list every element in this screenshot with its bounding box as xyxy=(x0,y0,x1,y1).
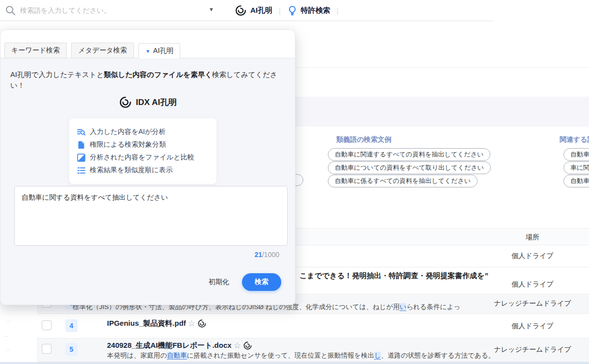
location-value: 個人ドライブ xyxy=(476,322,589,331)
snippet-text: に搭載された振動センサを使って、現在位置と振動情報を検出 xyxy=(187,352,375,359)
file-title-fragment[interactable]: こまでできる！発明抽出・特許調査・発明提案書作成を” xyxy=(299,271,488,281)
tab-metadata-search[interactable]: メタデータ検索 xyxy=(71,43,134,58)
file-name[interactable]: 240928_生成AI機能FBレポート.docx xyxy=(107,341,232,350)
caret-down-icon: ▼ xyxy=(145,49,150,54)
synonym-pill[interactable]: 自動車についての資料をすべて取り出してください xyxy=(328,161,491,174)
truncated-text: … xyxy=(4,333,9,338)
ai-analysis-icon xyxy=(77,128,85,136)
location-value: 個人ドライブ xyxy=(476,280,589,289)
tab-ai-komei[interactable]: ▼AI孔明 xyxy=(138,43,180,59)
nav-item-label: 特許検索 xyxy=(301,6,330,15)
bottom-strip xyxy=(0,362,589,364)
star-icon[interactable]: ☆ xyxy=(234,340,241,351)
top-bar: ▼ AI孔明 | 特許検索 | xyxy=(0,0,589,21)
char-counter: 21/1000 xyxy=(254,251,279,259)
star-icon[interactable]: ☆ xyxy=(188,318,195,329)
panel-footer: 初期化 検索 xyxy=(209,273,281,291)
description-bold-text: 類似した内容のファイルを素早く xyxy=(104,71,212,78)
row-checkbox[interactable] xyxy=(42,344,52,354)
row-checkbox[interactable] xyxy=(42,320,52,330)
panel-description: AI孔明で入力したテキストと類似した内容のファイルを素早く検索してみてください！ xyxy=(10,69,279,91)
snippet-text: 本発明は、家庭用の xyxy=(107,352,167,359)
feature-item: 検索結果を類似度順に表示 xyxy=(77,166,209,175)
compare-files-icon xyxy=(77,154,85,162)
related-terms-heading: 関連する語 xyxy=(560,135,589,144)
table-row: 5 240928_生成AI機能FBレポート.docx ☆ 本発明は、家庭用の自動… xyxy=(37,338,589,362)
file-title[interactable]: 240928_生成AI機能FBレポート.docx ☆ xyxy=(107,340,252,351)
location-column-header: 場所 xyxy=(476,229,589,246)
tab-keyword-search[interactable]: キーワード検索 xyxy=(4,43,67,58)
ai-query-textarea[interactable]: 自動車に関する資料をすべて抽出してください xyxy=(14,186,288,246)
file-name[interactable]: IPGenius_製品資料.pdf xyxy=(107,319,186,328)
screen: 類義語の検索文例 自動車に関連するすべての資料を抽出してください 自動車について… xyxy=(0,0,589,364)
truncated-text: … xyxy=(6,346,11,351)
matched-term-link[interactable]: い xyxy=(400,303,406,311)
nav-separator: | xyxy=(337,7,339,15)
feature-item: 入力した内容をAIが分析 xyxy=(77,128,209,136)
reset-button[interactable]: 初期化 xyxy=(209,278,229,286)
komei-swirl-icon xyxy=(119,96,132,109)
komei-swirl-icon[interactable] xyxy=(197,319,207,328)
nav-item-label: AI孔明 xyxy=(250,6,272,15)
matched-term-link[interactable]: 自動車 xyxy=(167,352,187,360)
truncated-text: … xyxy=(6,318,11,323)
nav-item-patent-search[interactable]: 特許検索 xyxy=(287,5,330,16)
top-nav: AI孔明 | 特許検索 | xyxy=(235,0,338,21)
feature-card: 入力した内容をAIが分析 権限による検索対象分類 分析された内容をファイルと比較… xyxy=(69,118,216,184)
table-row: 4 IPGenius_製品資料.pdf ☆ 個人ドライブ xyxy=(37,314,589,338)
related-pill[interactable]: 自動車関 xyxy=(563,175,589,187)
synonym-pill[interactable]: 自動車に関連するすべての資料を抽出してください xyxy=(328,148,490,161)
permission-file-icon xyxy=(77,141,85,149)
ranked-list-icon xyxy=(77,166,85,175)
feature-label: 分析された内容をファイルと比較 xyxy=(90,153,194,162)
lightbulb-icon xyxy=(287,5,297,16)
feature-item: 権限による検索対象分類 xyxy=(77,140,209,149)
ai-komei-panel: キーワード検索 メタデータ検索 ▼AI孔明 AI孔明で入力したテキストと類似した… xyxy=(0,29,295,305)
matched-term-link[interactable]: し xyxy=(374,352,381,360)
feature-label: 入力した内容をAIが分析 xyxy=(90,128,166,136)
description-text: AI孔明で入力したテキストと xyxy=(10,71,104,78)
related-pill[interactable]: 自動車に xyxy=(563,148,589,161)
file-snippet: 本発明は、家庭用の自動車に搭載された振動センサを使って、現在位置と振動情報を検出… xyxy=(107,351,495,360)
idx-ai-komei-logo: IDX AI孔明 xyxy=(0,96,295,109)
synonym-examples-heading: 類義語の検索文例 xyxy=(336,135,391,144)
snippet-text: られる条件によっ xyxy=(406,303,460,311)
char-limit: /1000 xyxy=(262,251,279,259)
related-pill[interactable]: 車に関す xyxy=(563,161,589,174)
char-count: 21 xyxy=(254,251,262,259)
search-icon xyxy=(5,5,16,16)
search-input[interactable] xyxy=(20,6,197,14)
komei-swirl-icon[interactable] xyxy=(243,341,252,350)
feature-label: 検索結果を類似度順に表示 xyxy=(90,166,173,175)
panel-tab-bar: キーワード検索 メタデータ検索 ▼AI孔明 xyxy=(0,30,295,58)
synonym-pill[interactable]: 自動車に係るすべての資料を抽出してください xyxy=(328,175,478,187)
file-title[interactable]: IPGenius_製品資料.pdf ☆ xyxy=(107,318,207,329)
panel-content: AI孔明で入力したテキストと類似した内容のファイルを素早く検索してみてください！… xyxy=(0,58,295,305)
row-number: 4 xyxy=(65,319,78,332)
location-value: ナレッジチームドライブ xyxy=(476,299,589,308)
location-value: 個人ドライブ xyxy=(476,252,589,260)
feature-item: 分析された内容をファイルと比較 xyxy=(77,153,209,162)
komei-swirl-icon xyxy=(235,4,247,17)
search-button[interactable]: 検索 xyxy=(242,273,281,291)
logo-text: IDX AI孔明 xyxy=(136,97,177,108)
row-number: 5 xyxy=(65,343,78,356)
nav-separator: | xyxy=(279,7,281,15)
feature-label: 権限による検索対象分類 xyxy=(90,140,166,149)
nav-item-ai-komei[interactable]: AI孔明 xyxy=(235,4,272,17)
location-value: ナレッジチームドライブ xyxy=(476,345,589,354)
tab-label: AI孔明 xyxy=(153,47,173,54)
search-dropdown-caret-icon[interactable]: ▼ xyxy=(209,6,214,12)
